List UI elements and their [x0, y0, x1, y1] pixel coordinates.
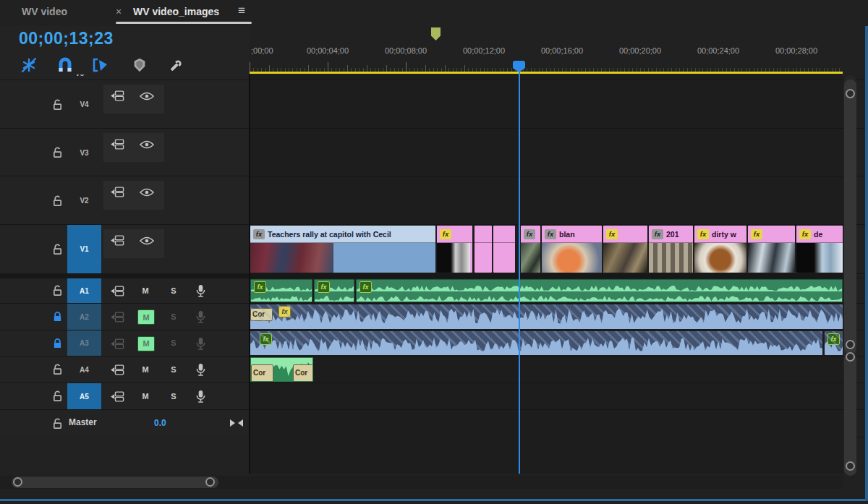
- source-patch-toggle[interactable]: [110, 138, 125, 150]
- source-patch-toggle[interactable]: [110, 186, 125, 198]
- timeline-ruler[interactable]: ;00;0000;00;04;0000;00;08;0000;00;12;000…: [250, 26, 845, 74]
- track-target-a4[interactable]: A4: [67, 356, 101, 383]
- track-lock-toggle[interactable]: [52, 147, 63, 158]
- video-clip[interactable]: fx: [603, 226, 647, 273]
- fx-badge-icon[interactable]: fx: [697, 229, 709, 239]
- fx-badge-icon[interactable]: fx: [545, 229, 556, 239]
- nest-sequence-toggle[interactable]: [20, 56, 39, 74]
- scrollbar-resize-knob[interactable]: [205, 477, 215, 487]
- track-target-v3[interactable]: V3: [67, 129, 101, 176]
- voiceover-record-toggle[interactable]: [195, 337, 206, 351]
- mute-toggle[interactable]: M: [137, 362, 153, 376]
- track-target-a1[interactable]: A1: [67, 278, 101, 303]
- panel-menu-icon[interactable]: ≡: [238, 0, 244, 23]
- add-marker-button[interactable]: [132, 56, 150, 74]
- fx-badge-icon[interactable]: fx: [751, 229, 762, 239]
- fx-badge-icon[interactable]: fx: [799, 229, 811, 239]
- fx-badge-icon[interactable]: fx: [254, 281, 266, 293]
- fx-badge-icon[interactable]: fx: [827, 333, 840, 345]
- source-patch-toggle[interactable]: [110, 311, 125, 323]
- video-clip-blan[interactable]: fxblan: [542, 226, 602, 273]
- audio-clip-a2[interactable]: Corfx: [250, 304, 843, 329]
- mute-toggle[interactable]: M: [137, 283, 153, 297]
- voiceover-record-toggle[interactable]: [195, 284, 206, 298]
- audio-clip-a1[interactable]: fx: [356, 279, 843, 302]
- voiceover-record-toggle[interactable]: [195, 363, 206, 377]
- scrollbar-resize-knob[interactable]: [846, 89, 855, 98]
- fx-badge-icon[interactable]: fx: [359, 281, 372, 293]
- track-output-eye-toggle[interactable]: [140, 91, 154, 101]
- track-target-v2[interactable]: V2: [67, 176, 101, 225]
- source-patch-toggle[interactable]: [110, 285, 125, 297]
- voiceover-record-toggle[interactable]: [195, 310, 206, 324]
- video-clip-201[interactable]: fx201: [649, 226, 693, 273]
- source-patch-toggle[interactable]: [110, 90, 125, 102]
- audio-clip-a1[interactable]: fx: [314, 279, 354, 302]
- tab-wv-video[interactable]: WV video: [22, 0, 67, 23]
- audio-clip-a1[interactable]: fx: [250, 279, 312, 302]
- video-clip[interactable]: fx: [521, 226, 540, 273]
- solo-toggle[interactable]: S: [166, 336, 182, 350]
- track-target-v1[interactable]: V1: [67, 225, 101, 273]
- timeline-settings-button[interactable]: [168, 56, 187, 74]
- close-tab-icon[interactable]: ×: [116, 0, 122, 23]
- pan-keyframe-icon[interactable]: [230, 419, 243, 427]
- source-patch-toggle[interactable]: [110, 364, 125, 376]
- track-target-a3[interactable]: A3: [67, 330, 101, 356]
- mute-toggle[interactable]: M: [137, 336, 155, 351]
- track-lock-toggle[interactable]: [52, 285, 63, 296]
- track-lock-toggle[interactable]: [52, 311, 63, 323]
- linked-selection-toggle[interactable]: [91, 56, 110, 74]
- solo-toggle[interactable]: S: [166, 283, 182, 297]
- video-clip-teachers-rally-at-capitol-with-cecil[interactable]: fxTeachers rally at capitol with Cecil: [250, 226, 435, 273]
- track-target-a2[interactable]: A2: [67, 304, 101, 330]
- scrollbar-resize-knob[interactable]: [13, 477, 22, 487]
- fx-badge-icon[interactable]: fx: [440, 229, 451, 239]
- video-clip[interactable]: fx: [437, 226, 472, 273]
- snap-toggle[interactable]: [56, 56, 75, 74]
- track-lock-toggle[interactable]: [52, 195, 63, 207]
- track-lock-toggle[interactable]: [52, 338, 63, 349]
- audio-clip-a3[interactable]: fx: [825, 331, 843, 355]
- master-level-value[interactable]: 0.0: [154, 418, 166, 428]
- video-clip-de[interactable]: fxde: [796, 226, 843, 273]
- scrollbar-resize-knob[interactable]: [846, 461, 855, 471]
- track-lock-toggle[interactable]: [52, 244, 63, 255]
- audio-clip-a4[interactable]: CorCor: [250, 357, 313, 382]
- fx-badge-icon[interactable]: fx: [278, 306, 291, 317]
- audio-clip-a3[interactable]: fx: [250, 331, 822, 355]
- video-clip-dirty-w[interactable]: fxdirty w: [694, 226, 746, 273]
- tab-wv-video-images[interactable]: WV video_images: [133, 0, 219, 23]
- track-target-v4[interactable]: V4: [67, 80, 101, 129]
- fx-badge-icon[interactable]: fx: [606, 229, 618, 239]
- source-patch-toggle[interactable]: [110, 390, 125, 403]
- work-area-bar[interactable]: [250, 72, 843, 74]
- fx-badge-icon[interactable]: fx: [524, 229, 535, 239]
- video-clip[interactable]: fx: [748, 226, 795, 273]
- playhead-timecode[interactable]: 00;00;13;23: [19, 29, 114, 48]
- track-target-a5[interactable]: A5: [67, 383, 101, 409]
- track-lock-toggle[interactable]: [52, 99, 63, 111]
- horizontal-scrollbar-thumb[interactable]: [12, 477, 218, 488]
- scrollbar-resize-knob[interactable]: [846, 352, 855, 362]
- scrollbar-resize-knob[interactable]: [846, 340, 855, 349]
- fx-badge-icon[interactable]: fx: [318, 281, 330, 293]
- vertical-scrollbar-thumb-audio[interactable]: [844, 353, 856, 476]
- voiceover-record-toggle[interactable]: [195, 390, 206, 403]
- solo-toggle[interactable]: S: [166, 309, 182, 323]
- track-lock-toggle[interactable]: [52, 418, 63, 430]
- solo-toggle[interactable]: S: [166, 362, 182, 376]
- mute-toggle[interactable]: M: [137, 389, 153, 403]
- source-patch-toggle[interactable]: [110, 338, 125, 350]
- vertical-scrollbar-thumb-video[interactable]: [844, 80, 856, 354]
- track-output-eye-toggle[interactable]: [140, 236, 154, 246]
- track-lock-toggle[interactable]: [52, 390, 63, 402]
- fx-badge-icon[interactable]: fx: [652, 229, 663, 239]
- video-clip[interactable]: [475, 226, 492, 273]
- solo-toggle[interactable]: S: [166, 389, 182, 403]
- fx-badge-icon[interactable]: fx: [260, 333, 272, 345]
- video-clip[interactable]: [493, 226, 515, 273]
- track-output-eye-toggle[interactable]: [140, 140, 154, 150]
- mute-toggle[interactable]: M: [137, 309, 155, 325]
- track-lock-toggle[interactable]: [52, 364, 63, 375]
